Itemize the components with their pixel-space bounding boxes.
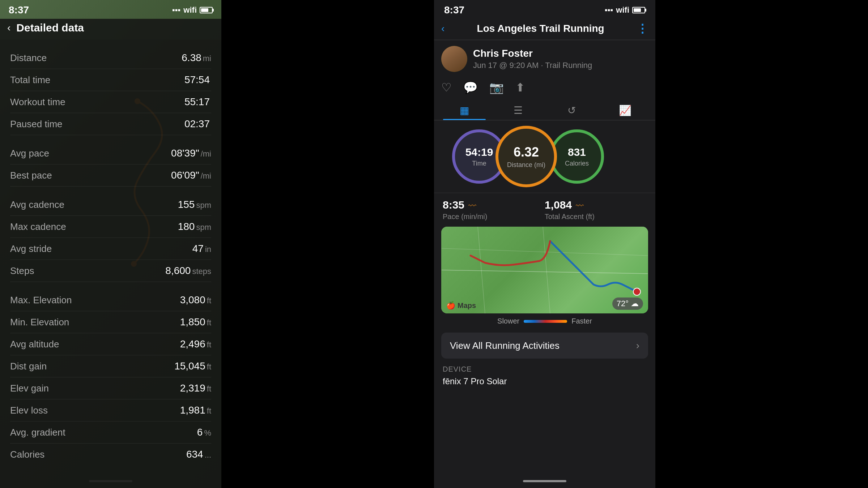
metric-unit: spm bbox=[196, 201, 211, 210]
svg-point-6 bbox=[633, 288, 641, 295]
metric-unit: mi bbox=[203, 54, 211, 63]
metric-value: 08'39"/mi bbox=[171, 147, 211, 159]
metric-row: Max. Elevation3,080ft bbox=[10, 289, 211, 311]
metric-value: 47in bbox=[192, 243, 211, 254]
view-all-button[interactable]: View All Running Activities › bbox=[441, 333, 648, 359]
metrics-list: Distance6.38miTotal time57:54Workout tim… bbox=[10, 47, 211, 465]
svg-line-3 bbox=[478, 227, 485, 313]
ascent-label: Total Ascent (ft) bbox=[545, 213, 647, 221]
right-header: ‹ Los Angeles Trail Running ⋮ bbox=[434, 19, 655, 40]
pace-label: Pace (min/mi) bbox=[443, 213, 545, 221]
metric-unit: ... bbox=[205, 450, 211, 459]
metric-unit: /mi bbox=[201, 171, 211, 180]
left-page-title: Detailed data bbox=[16, 22, 84, 34]
wifi-icon: wifi bbox=[183, 5, 197, 15]
view-all-chevron-icon: › bbox=[636, 340, 639, 351]
tab-bar: ▦ ☰ ↺ 📈 bbox=[434, 100, 655, 120]
metric-label: Dist gain bbox=[10, 361, 47, 372]
metric-unit: ft bbox=[207, 384, 211, 393]
ascent-icon: 〰 bbox=[576, 201, 584, 210]
metric-unit: ft bbox=[207, 362, 211, 371]
tab-laps[interactable]: ↺ bbox=[545, 100, 598, 120]
metric-unit: ft bbox=[207, 340, 211, 349]
metric-value: 634... bbox=[186, 449, 211, 460]
metric-label: Workout time bbox=[10, 97, 65, 108]
distance-value: 6.32 bbox=[514, 145, 539, 160]
map-label: 🍎 Maps bbox=[446, 301, 476, 310]
metric-label: Avg pace bbox=[10, 148, 49, 159]
right-signal-icon: ▪▪▪ bbox=[605, 5, 613, 15]
ascent-item: 1,084 〰 Total Ascent (ft) bbox=[545, 199, 647, 221]
tab-chart[interactable]: 📈 bbox=[598, 100, 652, 120]
pace-value: 8:35 bbox=[443, 199, 464, 211]
tab-stats-icon: ▦ bbox=[460, 104, 469, 116]
metric-value: 3,080ft bbox=[180, 294, 211, 306]
calories-label: Calories bbox=[565, 160, 589, 167]
map-container[interactable]: 🍎 Maps 72° ☁ bbox=[441, 227, 648, 313]
metric-value: 02:37 bbox=[184, 118, 211, 130]
pace-heart-icon: 〰 bbox=[468, 201, 476, 210]
avatar bbox=[441, 46, 467, 72]
metric-label: Calories bbox=[10, 449, 44, 460]
camera-icon[interactable]: 📷 bbox=[489, 81, 504, 94]
right-back-button[interactable]: ‹ bbox=[441, 23, 444, 34]
user-meta: Jun 17 @ 9:20 AM · Trail Running bbox=[473, 61, 648, 70]
svg-line-2 bbox=[442, 270, 648, 274]
metric-row: Avg pace08'39"/mi bbox=[10, 142, 211, 164]
metric-label: Paused time bbox=[10, 119, 63, 130]
view-all-label: View All Running Activities bbox=[450, 340, 559, 351]
metric-row: Avg. gradient6% bbox=[10, 421, 211, 444]
tab-details[interactable]: ☰ bbox=[491, 100, 545, 120]
user-row: Chris Foster Jun 17 @ 9:20 AM · Trail Ru… bbox=[434, 40, 655, 78]
metric-label: Elev loss bbox=[10, 405, 48, 416]
right-time: 8:37 bbox=[444, 4, 464, 16]
speed-legend: Slower Faster bbox=[434, 313, 655, 329]
metric-row: Total time57:54 bbox=[10, 69, 211, 91]
ascent-value-row: 1,084 〰 bbox=[545, 199, 647, 211]
metric-unit: in bbox=[205, 245, 211, 254]
stats-circles: 54:19 Time 6.32 Distance (mi) 831 Calori… bbox=[434, 120, 655, 193]
metric-label: Min. Elevation bbox=[10, 317, 69, 328]
device-section-label: DEVICE bbox=[443, 365, 647, 373]
left-time: 8:37 bbox=[9, 4, 29, 16]
like-icon[interactable]: ♡ bbox=[441, 81, 452, 94]
back-button[interactable]: ‹ bbox=[7, 22, 10, 34]
apple-maps-logo: 🍎 bbox=[446, 301, 455, 310]
metric-row: Workout time55:17 bbox=[10, 91, 211, 113]
share-icon[interactable]: ⬆ bbox=[515, 81, 525, 94]
metric-label: Steps bbox=[10, 265, 34, 277]
right-status-bar: 8:37 ▪▪▪ wifi bbox=[434, 0, 655, 19]
calories-value: 831 bbox=[568, 146, 586, 158]
signal-icon: ▪▪▪ bbox=[172, 5, 180, 15]
tab-chart-icon: 📈 bbox=[619, 104, 631, 116]
metric-row: Elev gain2,319ft bbox=[10, 377, 211, 399]
svg-line-4 bbox=[543, 227, 550, 313]
speed-slower-label: Slower bbox=[497, 317, 519, 325]
metric-value: 8,600steps bbox=[165, 265, 211, 277]
metric-value: 2,496ft bbox=[180, 338, 211, 350]
metric-value: 6.38mi bbox=[182, 52, 211, 64]
metric-label: Distance bbox=[10, 52, 47, 64]
metric-label: Max cadence bbox=[10, 221, 66, 232]
metric-value: 1,981ft bbox=[180, 404, 211, 416]
more-options-button[interactable]: ⋮ bbox=[637, 22, 648, 35]
metric-unit: ft bbox=[207, 318, 211, 327]
time-value: 54:19 bbox=[465, 146, 493, 158]
metric-label: Avg stride bbox=[10, 243, 52, 254]
metric-label: Max. Elevation bbox=[10, 295, 72, 306]
metric-unit: /mi bbox=[201, 149, 211, 158]
user-name: Chris Foster bbox=[473, 48, 648, 59]
comment-icon[interactable]: 💬 bbox=[463, 81, 478, 94]
metric-unit: % bbox=[204, 428, 211, 437]
right-scroll-indicator bbox=[523, 480, 566, 482]
metric-label: Avg. gradient bbox=[10, 427, 65, 438]
metric-row: Steps8,600steps bbox=[10, 260, 211, 282]
left-content: Distance6.38miTotal time57:54Workout tim… bbox=[0, 40, 221, 488]
metric-row: Paused time02:37 bbox=[10, 113, 211, 135]
tab-stats[interactable]: ▦ bbox=[438, 100, 491, 120]
metric-row: Distance6.38mi bbox=[10, 47, 211, 69]
pace-value-row: 8:35 〰 bbox=[443, 199, 545, 211]
circle-calories: 831 Calories bbox=[550, 129, 604, 184]
left-phone: 8:37 ▪▪▪ wifi ‹ Detailed data Distance6.… bbox=[0, 0, 221, 488]
device-name: fēnix 7 Pro Solar bbox=[443, 376, 647, 386]
